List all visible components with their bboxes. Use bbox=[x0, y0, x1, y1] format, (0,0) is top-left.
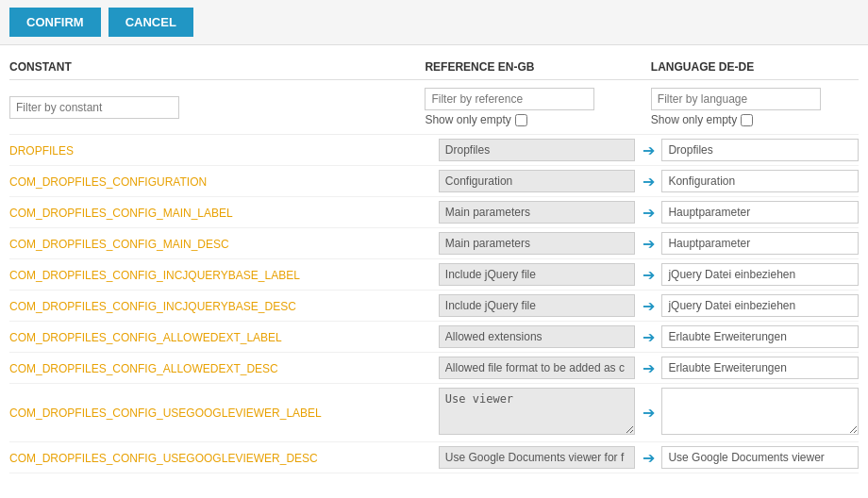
reference-input[interactable] bbox=[439, 325, 636, 348]
arrow-icon: ➔ bbox=[639, 204, 658, 222]
filter-constant-area bbox=[9, 96, 425, 119]
arrow-icon: ➔ bbox=[639, 173, 658, 191]
reference-input[interactable] bbox=[439, 294, 636, 317]
reference-input[interactable] bbox=[439, 139, 636, 161]
constant-link[interactable]: COM_DROPFILES_CONFIG_USEGOOGLEVIEWER_DES… bbox=[9, 452, 318, 465]
reference-header: REFERENCE EN-GB bbox=[425, 60, 632, 74]
filter-language-input[interactable] bbox=[651, 88, 821, 110]
filter-reference-area: Show only empty bbox=[425, 88, 632, 126]
arrow-icon: ➔ bbox=[639, 235, 658, 253]
language-input[interactable] bbox=[661, 325, 859, 348]
show-only-empty-reference-checkbox[interactable] bbox=[515, 114, 527, 126]
constant-link[interactable]: COM_DROPFILES_CONFIGURATION bbox=[9, 175, 207, 189]
constant-link[interactable]: DROPFILES bbox=[9, 144, 74, 158]
filter-reference-input[interactable] bbox=[425, 88, 594, 110]
content-area: CONSTANT REFERENCE EN-GB LANGUAGE DE-DE … bbox=[0, 45, 868, 483]
arrow-icon: ➔ bbox=[639, 141, 658, 159]
table-row: COM_DROPFILES_CONFIG_INCJQUERYBASE_LABEL… bbox=[9, 259, 859, 290]
reference-input[interactable] bbox=[439, 170, 636, 192]
language-input[interactable] bbox=[661, 357, 859, 379]
language-input[interactable] bbox=[661, 294, 859, 317]
reference-input[interactable] bbox=[439, 263, 636, 286]
top-bar: CONFIRM CANCEL bbox=[0, 0, 868, 45]
show-only-empty-reference-label: Show only empty bbox=[425, 113, 510, 126]
language-header: LANGUAGE DE-DE bbox=[651, 60, 859, 74]
constant-link[interactable]: COM_DROPFILES_CONFIG_ALLOWEDEXT_LABEL bbox=[9, 331, 282, 344]
arrow-icon: ➔ bbox=[639, 297, 658, 315]
constant-header: CONSTANT bbox=[9, 60, 425, 74]
table-row: COM_DROPFILES_CONFIGURATION➔ bbox=[9, 166, 859, 197]
reference-input[interactable] bbox=[439, 357, 636, 379]
table-row: DROPFILES➔ bbox=[9, 135, 859, 166]
cancel-button[interactable]: CANCEL bbox=[108, 8, 193, 37]
show-only-empty-language-label: Show only empty bbox=[651, 113, 737, 126]
arrow-icon: ➔ bbox=[639, 359, 658, 377]
language-input[interactable] bbox=[661, 170, 859, 192]
arrow-icon: ➔ bbox=[639, 266, 658, 284]
show-only-empty-reference: Show only empty bbox=[425, 113, 632, 126]
language-input[interactable] bbox=[661, 201, 859, 224]
filter-constant-input[interactable] bbox=[9, 96, 179, 119]
table-row: COM_DROPFILES_CONFIG_MAIN_LABEL➔ bbox=[9, 197, 859, 228]
constant-link[interactable]: COM_DROPFILES_CONFIG_USEGOOGLEVIEWER_LAB… bbox=[9, 407, 322, 420]
rows-container: DROPFILES➔COM_DROPFILES_CONFIGURATION➔CO… bbox=[9, 135, 859, 473]
arrow-icon: ➔ bbox=[639, 449, 658, 467]
show-only-empty-language: Show only empty bbox=[651, 113, 859, 126]
reference-input[interactable] bbox=[439, 232, 636, 255]
constant-link[interactable]: COM_DROPFILES_CONFIG_INCJQUERYBASE_DESC bbox=[9, 300, 296, 313]
table-row: COM_DROPFILES_CONFIG_INCJQUERYBASE_DESC➔ bbox=[9, 290, 859, 322]
reference-textarea[interactable] bbox=[439, 388, 636, 435]
language-input[interactable] bbox=[661, 263, 859, 286]
constant-link[interactable]: COM_DROPFILES_CONFIG_ALLOWEDEXT_DESC bbox=[9, 362, 278, 375]
constant-link[interactable]: COM_DROPFILES_CONFIG_MAIN_LABEL bbox=[9, 207, 233, 220]
constant-link[interactable]: COM_DROPFILES_CONFIG_INCJQUERYBASE_LABEL bbox=[9, 269, 300, 282]
language-input[interactable] bbox=[661, 139, 859, 161]
table-row: COM_DROPFILES_CONFIG_ALLOWEDEXT_LABEL➔ bbox=[9, 322, 859, 353]
arrow-icon: ➔ bbox=[639, 328, 658, 346]
reference-input[interactable] bbox=[439, 201, 636, 224]
reference-input[interactable] bbox=[439, 446, 636, 469]
table-row: COM_DROPFILES_CONFIG_ALLOWEDEXT_DESC➔ bbox=[9, 353, 859, 384]
confirm-button[interactable]: CONFIRM bbox=[9, 8, 101, 37]
arrow-icon: ➔ bbox=[639, 404, 658, 422]
columns-header: CONSTANT REFERENCE EN-GB LANGUAGE DE-DE bbox=[9, 55, 859, 80]
language-textarea[interactable] bbox=[661, 388, 859, 435]
language-input[interactable] bbox=[661, 446, 859, 469]
table-row: COM_DROPFILES_CONFIG_MAIN_DESC➔ bbox=[9, 228, 859, 259]
show-only-empty-language-checkbox[interactable] bbox=[741, 114, 753, 126]
constant-link[interactable]: COM_DROPFILES_CONFIG_MAIN_DESC bbox=[9, 238, 229, 251]
language-input[interactable] bbox=[661, 232, 859, 255]
table-row: COM_DROPFILES_CONFIG_USEGOOGLEVIEWER_LAB… bbox=[9, 384, 859, 442]
table-row: COM_DROPFILES_CONFIG_USEGOOGLEVIEWER_DES… bbox=[9, 442, 859, 473]
filter-row: Show only empty Show only empty bbox=[9, 80, 859, 135]
filter-language-area: Show only empty bbox=[651, 88, 859, 126]
